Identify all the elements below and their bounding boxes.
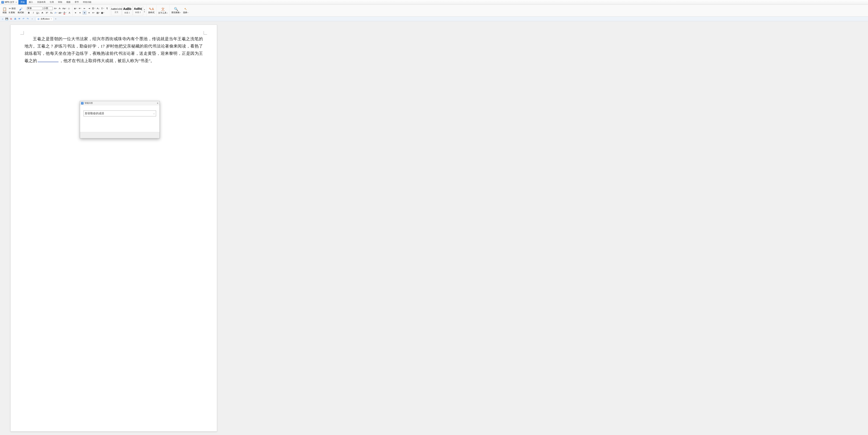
style-item-h1[interactable]: AaBb 标题 1 — [122, 6, 132, 15]
styles-scroll-up-icon[interactable]: ▴ — [144, 8, 145, 10]
align-justify-button[interactable]: ≡ — [87, 11, 91, 14]
find-replace-label: 查找替换▾ — [172, 11, 181, 14]
styles-scroll-down-icon[interactable]: ▾ — [144, 10, 145, 13]
menu-tab-label: 引用 — [50, 1, 54, 4]
title-bar: W WPS 文字 ▼ 开始 插入 页面布局 引用 审阅 视图 章节 特色功能 未… — [0, 0, 868, 4]
find-replace-button[interactable]: 🔍 查找替换▾ — [170, 7, 182, 14]
qat-save-icon[interactable]: 💾 — [5, 18, 8, 21]
format-painter-button[interactable]: 🖌 格式刷 — [17, 7, 25, 14]
increase-indent-button[interactable]: ⇥ — [87, 6, 91, 10]
paste-icon: 📋 — [2, 7, 7, 11]
align-left-button[interactable]: ≡ — [73, 11, 78, 14]
line-spacing-button[interactable]: ↧▾ — [101, 6, 104, 10]
menu-tab-label: 章节 — [75, 1, 79, 4]
bullets-button[interactable]: ≣▾ — [73, 6, 78, 10]
menu-tab-insert[interactable]: 插入 — [27, 0, 35, 4]
font-color-button[interactable]: A▾ — [63, 11, 67, 14]
document-page[interactable]: 王羲之是晋朝的一位大书法家，绍兴市西街戒珠寺内有个墨池，传说就是当年王羲之洗笔的… — [10, 25, 217, 432]
style-item-h2[interactable]: AaBb( 标题 2 — [133, 6, 143, 15]
font-effect-button[interactable]: A▾ — [54, 11, 58, 14]
bold-button[interactable]: B — [27, 11, 31, 14]
borders-button[interactable]: ▦▾ — [101, 11, 104, 14]
align-right-button[interactable]: ≡ — [83, 11, 87, 14]
page-container: 王羲之是晋朝的一位大书法家，绍兴市西街戒珠寺内有个墨池，传说就是当年王羲之洗笔的… — [0, 21, 868, 435]
qat-home-icon[interactable]: ⌂ — [1, 18, 4, 21]
qat-print-icon[interactable]: 🖶 — [13, 18, 17, 21]
underline-button[interactable]: U▾ — [36, 11, 40, 14]
menu-tab-label: 视图 — [66, 1, 70, 4]
show-marks-button[interactable]: ¶ — [105, 6, 109, 10]
text-direction-button[interactable]: ☰▾ — [92, 6, 95, 10]
text-tools-icon: 文 — [161, 7, 165, 11]
paste-button[interactable]: 📋 粘贴 — [2, 7, 7, 14]
highlight-button[interactable]: ab▾ — [59, 11, 62, 14]
grow-font-button[interactable]: A+ — [54, 6, 57, 10]
app-menu-dropdown-icon[interactable]: ▼ — [16, 1, 17, 3]
copy-button[interactable]: ⎘复制 — [8, 11, 16, 14]
cut-label: 剪切 — [11, 7, 16, 10]
change-case-button[interactable]: Aa▾ — [62, 6, 66, 10]
document-tab[interactable]: ▤ 文档.docx × — [36, 17, 54, 21]
style-item-body[interactable]: AaBbCcDd 正文 — [111, 6, 122, 15]
font-size-select[interactable] — [43, 7, 53, 10]
qat-preview-icon[interactable]: 👁 — [18, 18, 21, 21]
copy-label: 复制 — [11, 11, 15, 14]
text-tools-label: 文字工具▾ — [158, 11, 168, 14]
ribbon-group-newstyle: ✎A 新样式 — [147, 5, 156, 16]
align-distributed-button[interactable]: ≡▾ — [92, 11, 95, 14]
menu-tab-special[interactable]: 特色功能 — [81, 0, 93, 4]
ribbon-group-font: A+ A- Aa▾ ◇ B I U▾ A X² X₂ A▾ ab▾ A▾ A — [26, 5, 72, 16]
style-preview: AaBb — [123, 7, 131, 11]
new-style-button[interactable]: ✎A 新样式 — [148, 7, 155, 14]
decrease-indent-button[interactable]: ⇤ — [83, 6, 87, 10]
char-border-button[interactable]: A — [67, 11, 71, 14]
dialog-dropdown-icon[interactable]: ⌄ — [153, 112, 155, 115]
new-style-icon: ✎A — [149, 7, 154, 11]
dialog-close-icon[interactable]: ✕ — [157, 102, 158, 104]
add-tab-button[interactable]: ＋ — [55, 18, 57, 21]
menu-tab-view[interactable]: 视图 — [64, 0, 72, 4]
qat-separator — [35, 18, 35, 20]
menu-tab-label: 页面布局 — [37, 1, 45, 4]
qat-undo-icon[interactable]: ↶ — [22, 18, 25, 21]
qat-more-icon[interactable]: ▾ — [31, 18, 34, 21]
ribbon-group-paragraph: ≣▾ ≡▾ ⇤ ⇥ ☰▾ A↓ ↧▾ ¶ ≡ ≡ ≡ ≡ ≡▾ ▧▾ ▦▾ — [72, 5, 110, 16]
dialog-header[interactable]: W 智能问答 ✕ — [80, 101, 159, 105]
menu-tab-page-layout[interactable]: 页面布局 — [35, 0, 48, 4]
app-logo: W WPS 文字 ▼ — [0, 1, 19, 4]
font-name-select[interactable] — [27, 7, 42, 10]
text-tools-button[interactable]: 文 文字工具▾ — [157, 6, 168, 15]
doc-icon: ▤ — [37, 18, 39, 20]
menu-tab-review[interactable]: 审阅 — [56, 0, 64, 4]
subscript-button[interactable]: X₂ — [50, 11, 53, 14]
document-tab-close-icon[interactable]: × — [51, 18, 52, 20]
page-corner-tr — [204, 31, 207, 35]
menu-tab-label: 特色功能 — [83, 1, 91, 4]
strike-button[interactable]: A — [40, 11, 44, 14]
shading-button[interactable]: ▧▾ — [96, 11, 100, 14]
clear-format-button[interactable]: ◇ — [67, 6, 71, 10]
document-paragraph[interactable]: 王羲之是晋朝的一位大书法家，绍兴市西街戒珠寺内有个墨池，传说就是当年王羲之洗笔的… — [25, 35, 203, 64]
select-button[interactable]: ↖ 选择▾ — [182, 7, 189, 14]
shrink-font-button[interactable]: A- — [58, 6, 62, 10]
new-style-label: 新样式 — [148, 11, 155, 14]
quick-access-row: ⌂ 💾 ⧉ 🖶 👁 ↶ ↷ ▾ ▤ 文档.docx × ＋ ▣ ▦ ▤ — [0, 16, 868, 21]
qat-pdf-icon[interactable]: ⧉ — [9, 18, 12, 21]
menu-tab-start[interactable]: 开始 — [19, 0, 27, 4]
dialog-query-input[interactable] — [85, 112, 153, 115]
document-area: 王羲之是晋朝的一位大书法家，绍兴市西街戒珠寺内有个墨池，传说就是当年王羲之洗笔的… — [0, 21, 868, 435]
italic-button[interactable]: I — [31, 11, 35, 14]
qat-redo-icon[interactable]: ↷ — [26, 18, 29, 21]
menu-tab-references[interactable]: 引用 — [48, 0, 56, 4]
style-label: 标题 1 — [124, 11, 130, 14]
wps-icon: W — [1, 1, 4, 3]
superscript-button[interactable]: X² — [45, 11, 49, 14]
dialog-title: 智能问答 — [85, 102, 156, 105]
menu-tab-sections[interactable]: 章节 — [72, 0, 81, 4]
ribbon-group-editing: 🔍 查找替换▾ ↖ 选择▾ — [169, 5, 190, 16]
sort-button[interactable]: A↓ — [96, 6, 100, 10]
align-center-button[interactable]: ≡ — [78, 11, 82, 14]
numbering-button[interactable]: ≡▾ — [78, 6, 82, 10]
cut-button[interactable]: ✂剪切 — [8, 7, 16, 10]
ribbon-group-clipboard: 📋 粘贴 ✂剪切 ⎘复制 🖌 格式刷 — [1, 5, 26, 16]
